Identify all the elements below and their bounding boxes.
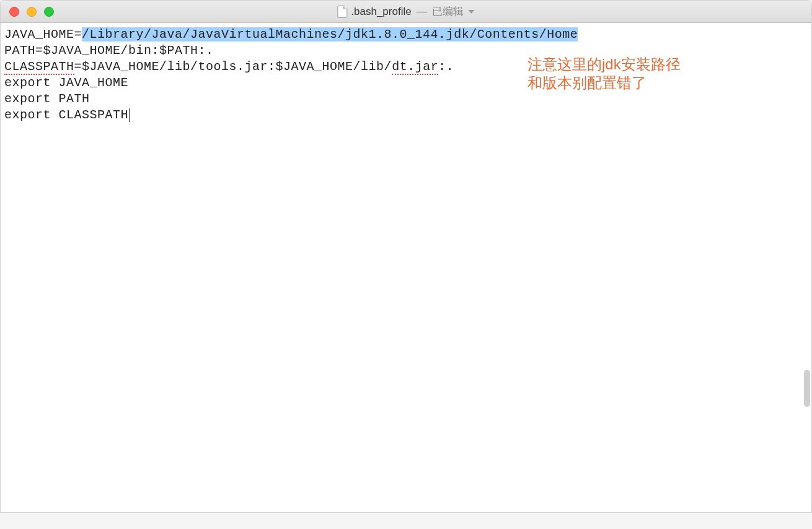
code-text: =$JAVA_HOME/lib/tools.jar:$JAVA_HOME/lib… [74, 59, 392, 74]
code-line-6[interactable]: export CLASSPATH [4, 108, 130, 122]
annotation-line-2: 和版本别配置错了 [527, 74, 681, 92]
titlebar[interactable]: .bash_profile — 已编辑 [1, 1, 811, 23]
maximize-button[interactable] [44, 7, 54, 17]
code-text: export CLASSPATH [4, 108, 128, 122]
file-icon [337, 6, 347, 18]
annotation-line-1: 注意这里的jdk安装路径 [527, 55, 681, 74]
code-line-5[interactable]: export PATH [4, 92, 90, 106]
spell-underline: CLASSPATH [4, 59, 74, 75]
code-line-4[interactable]: export JAVA_HOME [4, 76, 128, 90]
editor-area[interactable]: JAVA_HOME=/Library/Java/JavaVirtualMachi… [1, 23, 811, 512]
code-line-1[interactable]: JAVA_HOME=/Library/Java/JavaVirtualMachi… [4, 27, 578, 42]
spell-underline: dt.jar [392, 59, 438, 75]
editor-window: .bash_profile — 已编辑 JAVA_HOME=/Library/J… [0, 0, 812, 513]
title-filename: .bash_profile [351, 6, 411, 18]
code-content[interactable]: JAVA_HOME=/Library/Java/JavaVirtualMachi… [1, 23, 811, 127]
close-button[interactable] [9, 7, 19, 17]
code-line-2[interactable]: PATH=$JAVA_HOME/bin:$PATH:. [4, 43, 214, 58]
code-text: :. [438, 59, 454, 74]
window-title[interactable]: .bash_profile — 已编辑 [337, 4, 474, 19]
traffic-lights [1, 7, 54, 17]
annotation-callout: 注意这里的jdk安装路径 和版本别配置错了 [527, 55, 681, 92]
title-status: 已编辑 [432, 4, 464, 19]
code-text: JAVA_HOME= [4, 27, 82, 42]
text-cursor [129, 108, 130, 122]
code-line-3[interactable]: CLASSPATH=$JAVA_HOME/lib/tools.jar:$JAVA… [4, 59, 454, 75]
vertical-scrollbar[interactable] [804, 370, 810, 407]
chevron-down-icon[interactable] [469, 10, 475, 14]
minimize-button[interactable] [27, 7, 37, 17]
title-separator: — [417, 6, 427, 18]
highlighted-path[interactable]: /Library/Java/JavaVirtualMachines/jdk1.8… [82, 27, 578, 42]
